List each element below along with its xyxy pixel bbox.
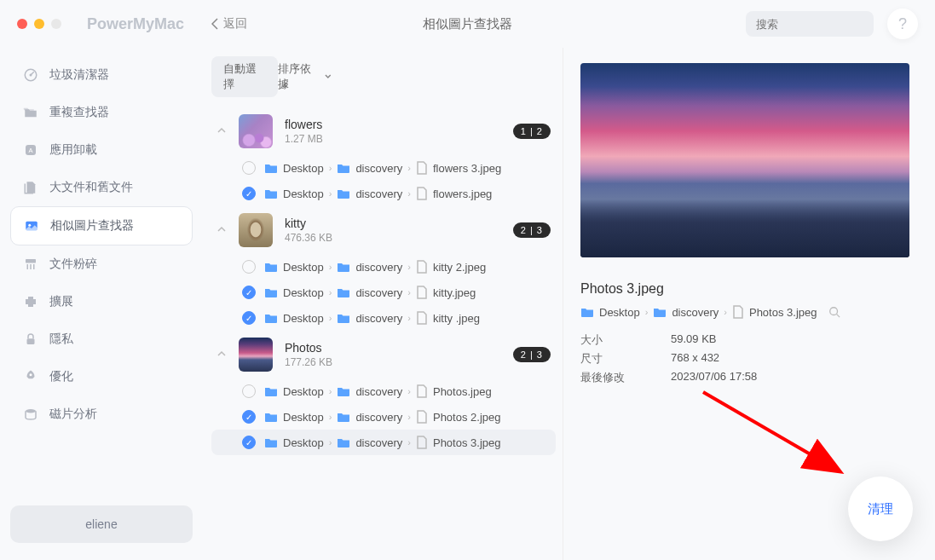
back-label: 返回: [223, 16, 247, 32]
chevron-down-icon: [324, 72, 332, 81]
file-row[interactable]: Desktop›discovery›kitty.jpeg: [211, 280, 556, 305]
file-checkbox[interactable]: [242, 187, 256, 200]
meta-dims-value: 768 x 432: [671, 351, 719, 367]
file-path: Desktop›discovery›kitty.jpeg: [264, 286, 476, 299]
image-icon: [23, 218, 40, 234]
sidebar-item-label: 隱私: [49, 332, 73, 347]
file-checkbox[interactable]: [242, 410, 256, 424]
svg-point-13: [30, 373, 32, 376]
file-path: Desktop›discovery›flowers.jpeg: [264, 187, 492, 200]
path-segment: discovery: [672, 306, 719, 319]
file-row[interactable]: Desktop›discovery›Photos 3.jpeg: [211, 430, 556, 455]
folder-icon: [653, 306, 667, 318]
window-controls: [17, 19, 61, 29]
folders-icon: [22, 105, 39, 120]
sidebar-item-large-old-files[interactable]: 大文件和舊文件: [10, 169, 193, 206]
sidebar-item-file-shredder[interactable]: 文件粉碎: [10, 245, 193, 283]
path-segment: Desktop: [599, 306, 640, 319]
user-account[interactable]: eliene: [10, 505, 193, 543]
sidebar: 垃圾清潔器 重複查找器 A 應用卸載 大文件和舊文件 相似圖片查找器 文件粉碎 …: [0, 48, 203, 560]
search-input[interactable]: [756, 18, 899, 31]
sidebar-item-junk-cleaner[interactable]: 垃圾清潔器: [10, 56, 193, 94]
file-checkbox[interactable]: [242, 161, 256, 175]
file-checkbox[interactable]: [242, 260, 256, 274]
folder-icon: [337, 385, 350, 397]
file-icon: [416, 384, 428, 398]
group-thumbnail: [239, 114, 273, 148]
group-count-badge: 1 | 2: [513, 124, 551, 139]
svg-rect-8: [26, 259, 36, 263]
preview-image: [580, 63, 909, 257]
sidebar-item-label: 磁片分析: [49, 407, 97, 422]
help-button[interactable]: ?: [887, 9, 918, 39]
clean-button[interactable]: 清理: [848, 476, 913, 541]
file-icon: [416, 286, 428, 299]
file-icon: [416, 311, 428, 325]
group-count-badge: 2 | 3: [513, 347, 551, 362]
file-row[interactable]: Desktop›discovery›flowers.jpeg: [211, 181, 556, 206]
file-icon: [416, 436, 428, 449]
file-row[interactable]: Desktop›discovery›Photos 2.jpeg: [211, 404, 556, 430]
svg-point-7: [28, 224, 31, 227]
group-toggle[interactable]: [216, 124, 227, 139]
file-checkbox[interactable]: [242, 286, 256, 299]
svg-line-16: [837, 315, 840, 318]
maximize-window[interactable]: [51, 19, 61, 29]
folder-icon: [264, 312, 278, 324]
group-name: flowers: [285, 118, 501, 131]
group-toggle[interactable]: [216, 222, 227, 238]
sidebar-item-extensions[interactable]: 擴展: [10, 283, 193, 320]
sidebar-item-duplicate-finder[interactable]: 重複查找器: [10, 94, 193, 131]
file-checkbox[interactable]: [242, 436, 256, 449]
puzzle-icon: [22, 294, 39, 309]
minimize-window[interactable]: [34, 19, 44, 29]
sort-by-label: 排序依據: [278, 61, 320, 92]
folder-icon: [580, 306, 594, 318]
file-icon: [416, 161, 428, 175]
folder-icon: [264, 162, 278, 174]
path-segment: Photos 3.jpeg: [749, 306, 817, 319]
file-icon: [416, 410, 428, 424]
file-path: Desktop›discovery›Photos.jpeg: [264, 384, 492, 398]
gauge-icon: [22, 67, 39, 83]
file-row[interactable]: Desktop›discovery›flowers 3.jpeg: [211, 155, 556, 181]
preview-filename: Photos 3.jpeg: [580, 281, 909, 297]
group-toggle[interactable]: [216, 347, 227, 362]
close-window[interactable]: [17, 19, 27, 29]
meta-dims-label: 尺寸: [580, 351, 671, 367]
sidebar-item-privacy[interactable]: 隱私: [10, 320, 193, 358]
svg-point-14: [26, 409, 36, 413]
file-path: Desktop›discovery›kitty 2.jpeg: [264, 260, 486, 274]
folder-icon: [264, 286, 278, 298]
preview-path: Desktop› discovery› Photos 3.jpeg: [580, 305, 909, 319]
rocket-icon: [22, 369, 39, 384]
file-row[interactable]: Desktop›discovery›kitty .jpeg: [211, 305, 556, 331]
sidebar-item-similar-image-finder[interactable]: 相似圖片查找器: [10, 206, 193, 245]
sidebar-item-label: 相似圖片查找器: [50, 218, 134, 234]
file-checkbox[interactable]: [242, 311, 256, 325]
file-icon: [732, 305, 744, 319]
sidebar-item-disk-analysis[interactable]: 磁片分析: [10, 395, 193, 433]
folder-icon: [337, 436, 350, 448]
file-path: Desktop›discovery›Photos 2.jpeg: [264, 410, 500, 424]
file-checkbox[interactable]: [242, 384, 256, 398]
sidebar-item-app-uninstaller[interactable]: A 應用卸載: [10, 131, 193, 169]
sidebar-item-label: 應用卸載: [49, 142, 97, 158]
sort-by-dropdown[interactable]: 排序依據: [278, 61, 332, 92]
sidebar-item-optimize[interactable]: 優化: [10, 358, 193, 395]
file-path: Desktop›discovery›kitty .jpeg: [264, 311, 480, 325]
search-box[interactable]: [746, 11, 874, 37]
reveal-in-finder-icon[interactable]: [828, 306, 840, 318]
back-button[interactable]: 返回: [211, 16, 247, 32]
file-row[interactable]: Desktop›discovery›kitty 2.jpeg: [211, 254, 556, 280]
meta-size-label: 大小: [580, 332, 671, 348]
file-row[interactable]: Desktop›discovery›Photos.jpeg: [211, 378, 556, 404]
auto-select-button[interactable]: 自動選擇: [211, 56, 278, 97]
folder-icon: [337, 162, 350, 174]
group-size: 1.27 MB: [285, 133, 501, 145]
file-icon: [416, 187, 428, 200]
group-thumbnail: [239, 213, 273, 247]
sidebar-item-label: 擴展: [49, 294, 73, 309]
svg-point-15: [830, 308, 838, 315]
folder-icon: [337, 411, 350, 423]
